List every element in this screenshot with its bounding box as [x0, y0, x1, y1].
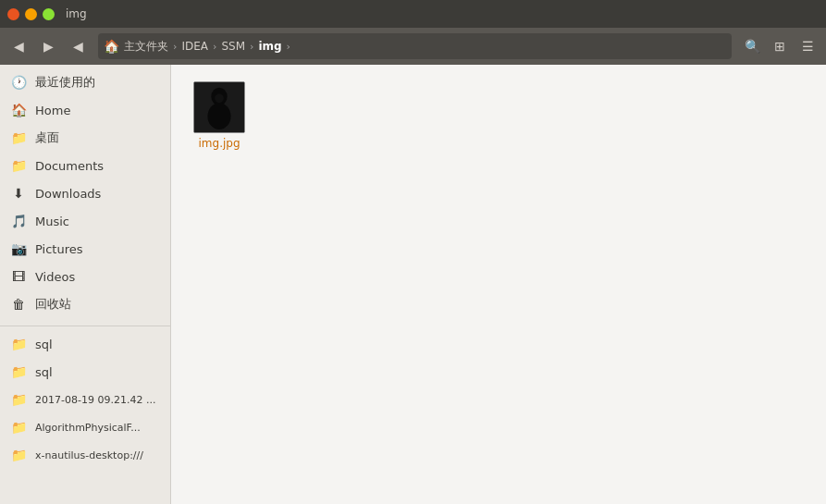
sidebar-label-sql2: sql [35, 365, 53, 379]
breadcrumb-idea[interactable]: IDEA [179, 39, 211, 54]
main-layout: 🕐 最近使用的 🏠 Home 📁 桌面 📁 Documents ⬇ Downlo… [0, 65, 826, 504]
sidebar-label-trash: 回收站 [35, 296, 71, 313]
sidebar-label-music: Music [35, 215, 69, 228]
desktop-icon: 📁 [11, 130, 26, 145]
sidebar-item-downloads[interactable]: ⬇ Downloads [0, 179, 170, 207]
svg-point-3 [215, 94, 224, 104]
sidebar-bookmarks: 🕐 最近使用的 🏠 Home 📁 桌面 📁 Documents ⬇ Downlo… [0, 65, 170, 322]
sidebar-label-pictures: Pictures [35, 242, 82, 256]
sidebar-label-documents: Documents [35, 159, 104, 173]
sidebar-item-pictures[interactable]: 📷 Pictures [0, 235, 170, 263]
sidebar-label-sql1: sql [35, 338, 53, 351]
search-button[interactable]: 🔍 [739, 33, 765, 59]
sidebar: 🕐 最近使用的 🏠 Home 📁 桌面 📁 Documents ⬇ Downlo… [0, 65, 171, 504]
trash-icon: 🗑 [11, 297, 26, 312]
close-button[interactable] [7, 8, 19, 20]
back-button[interactable]: ◀ [6, 33, 31, 59]
sidebar-item-trash[interactable]: 🗑 回收站 [0, 290, 170, 318]
window-title: img [66, 7, 87, 20]
sql1-icon: 📁 [11, 337, 26, 351]
thumbnail-svg [194, 81, 244, 133]
forward-icon: ▶ [43, 39, 54, 54]
breadcrumb-sep-4: › [287, 41, 290, 53]
dated-icon: 📁 [11, 392, 26, 407]
breadcrumb-ssm[interactable]: SSM [218, 39, 248, 54]
algo-icon: 📁 [11, 420, 26, 435]
sql2-icon: 📁 [11, 364, 26, 379]
sidebar-label-algo: AlgorithmPhysicalF... [35, 422, 141, 434]
home-folder-icon: 🏠 [11, 103, 26, 117]
window-controls[interactable] [7, 8, 55, 20]
sidebar-label-videos: Videos [35, 270, 75, 284]
breadcrumb-bar: 🏠 主文件夹 › IDEA › SSM › img › [98, 33, 732, 59]
breadcrumb-sep-3: › [250, 41, 253, 53]
content-area: img.jpg [171, 65, 826, 504]
nautilus-icon: 📁 [11, 448, 26, 462]
pictures-icon: 📷 [11, 241, 26, 256]
svg-point-2 [207, 103, 230, 129]
home-icon[interactable]: 🏠 [104, 39, 119, 54]
titlebar: img [0, 0, 826, 28]
sidebar-label-downloads: Downloads [35, 187, 101, 201]
sidebar-item-sql1[interactable]: 📁 sql [0, 330, 170, 358]
sidebar-item-sql2[interactable]: 📁 sql [0, 358, 170, 386]
toolbar-right: 🔍 ⊞ ☰ [739, 33, 820, 59]
breadcrumb-sep-2: › [213, 41, 216, 53]
grid-icon: ⊞ [774, 39, 785, 54]
videos-icon: 🎞 [11, 269, 26, 284]
search-icon: 🔍 [745, 39, 760, 54]
sidebar-item-documents[interactable]: 📁 Documents [0, 152, 170, 179]
sidebar-item-algo[interactable]: 📁 AlgorithmPhysicalF... [0, 413, 170, 441]
parent-icon: ◀ [73, 39, 83, 54]
sidebar-label-home: Home [35, 104, 70, 117]
file-thumbnail-img [193, 81, 245, 133]
documents-icon: 📁 [11, 158, 26, 173]
music-icon: 🎵 [11, 214, 26, 228]
sidebar-item-nautilus[interactable]: 📁 x-nautilus-desktop:/// [0, 441, 170, 469]
forward-button[interactable]: ▶ [35, 33, 61, 59]
parent-button[interactable]: ◀ [65, 33, 91, 59]
sidebar-item-music[interactable]: 🎵 Music [0, 207, 170, 235]
sidebar-item-home[interactable]: 🏠 Home [0, 96, 170, 124]
toolbar: ◀ ▶ ◀ 🏠 主文件夹 › IDEA › SSM › img › 🔍 ⊞ ☰ [0, 28, 826, 65]
maximize-button[interactable] [43, 8, 55, 20]
file-item-img[interactable]: img.jpg [182, 76, 256, 155]
sidebar-label-desktop: 桌面 [35, 129, 59, 146]
sidebar-label-nautilus: x-nautilus-desktop:/// [35, 449, 143, 461]
downloads-icon: ⬇ [11, 186, 26, 201]
sidebar-item-desktop[interactable]: 📁 桌面 [0, 124, 170, 152]
menu-button[interactable]: ☰ [795, 33, 820, 59]
sidebar-item-recent[interactable]: 🕐 最近使用的 [0, 68, 170, 96]
sidebar-item-videos[interactable]: 🎞 Videos [0, 263, 170, 290]
breadcrumb-home[interactable]: 主文件夹 [121, 38, 171, 55]
sidebar-item-dated[interactable]: 📁 2017-08-19 09.21.42 ... [0, 386, 170, 413]
sidebar-label-dated: 2017-08-19 09.21.42 ... [35, 394, 155, 406]
grid-view-button[interactable]: ⊞ [767, 33, 793, 59]
minimize-button[interactable] [25, 8, 37, 20]
breadcrumb-sep-1: › [173, 41, 177, 53]
file-label-img: img.jpg [198, 137, 240, 150]
sidebar-label-recent: 最近使用的 [35, 74, 95, 91]
breadcrumb-img[interactable]: img [255, 39, 284, 54]
recent-icon: 🕐 [11, 75, 26, 90]
sidebar-places: 📁 sql 📁 sql 📁 2017-08-19 09.21.42 ... 📁 … [0, 326, 170, 473]
menu-icon: ☰ [802, 39, 814, 54]
back-icon: ◀ [14, 39, 24, 54]
